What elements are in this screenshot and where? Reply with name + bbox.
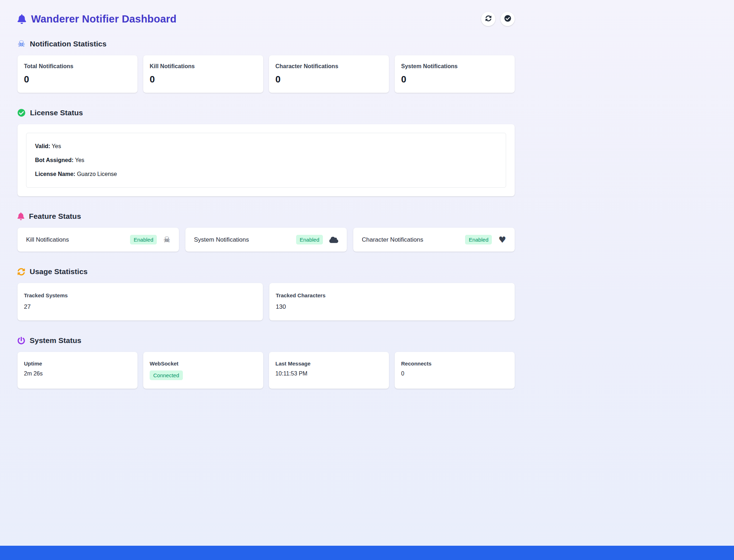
license-bot-assigned-label: Bot Assigned:	[35, 157, 74, 163]
skull-crossbones-icon: ☠	[163, 236, 170, 244]
feature-card-character-notifications: Character Notifications Enabled ♥	[353, 228, 515, 252]
power-icon	[18, 337, 25, 344]
feature-status-heading: Feature Status	[18, 212, 515, 221]
stat-card-kill-notifications: Kill Notifications 0	[143, 55, 263, 93]
stat-value: 0	[401, 74, 508, 85]
license-status-card: Valid: Yes Bot Assigned: Yes License Nam…	[18, 124, 515, 196]
feature-status-grid: Kill Notifications Enabled ☠ System Noti…	[18, 228, 515, 252]
section-title-text: License Status	[30, 109, 83, 117]
stat-label: Total Notifications	[24, 63, 131, 70]
heart-icon: ♥	[498, 236, 506, 244]
bell-pink-icon	[18, 212, 24, 220]
sync-amber-icon	[18, 268, 25, 276]
license-valid-line: Valid: Yes	[35, 143, 497, 150]
license-bot-assigned-value: Yes	[75, 157, 84, 163]
section-feature-status: Feature Status Kill Notifications Enable…	[18, 212, 515, 252]
enabled-badge: Enabled	[296, 235, 323, 244]
header-actions	[481, 12, 515, 26]
license-valid-label: Valid:	[35, 143, 50, 149]
stat-value: 0	[275, 74, 383, 85]
sys-label: WebSocket	[150, 360, 257, 367]
license-name-line: License Name: Guarzo License	[35, 171, 497, 177]
license-bot-assigned-line: Bot Assigned: Yes	[35, 157, 497, 163]
license-name-value: Guarzo License	[77, 171, 117, 177]
stat-label: Character Notifications	[275, 63, 383, 70]
dashboard-container: Wanderer Notifier Dashboard ☠ Notificati…	[18, 0, 515, 389]
connected-badge: Connected	[150, 370, 183, 380]
usage-value: 27	[24, 303, 256, 311]
stat-value: 0	[24, 74, 131, 85]
enabled-badge: Enabled	[465, 235, 492, 244]
feature-card-right: Enabled	[296, 235, 338, 244]
sys-label: Uptime	[24, 360, 131, 367]
sys-value: 2m 26s	[24, 370, 131, 377]
system-status-heading: System Status	[18, 336, 515, 345]
skull-crossbones-icon: ☠	[18, 40, 25, 48]
usage-card-tracked-characters: Tracked Characters 130	[269, 283, 515, 321]
refresh-button[interactable]	[481, 12, 495, 26]
check-circle-green-icon	[18, 109, 25, 117]
section-title-text: Feature Status	[29, 212, 81, 221]
enabled-badge: Enabled	[130, 235, 157, 244]
section-title-text: Notification Statistics	[30, 40, 107, 48]
usage-label: Tracked Systems	[24, 292, 256, 298]
license-name-label: License Name:	[35, 171, 75, 177]
refresh-icon	[485, 15, 491, 22]
usage-card-tracked-systems: Tracked Systems 27	[18, 283, 263, 321]
usage-statistics-grid: Tracked Systems 27 Tracked Characters 13…	[18, 283, 515, 321]
cloud-icon	[329, 236, 338, 243]
feature-label: Character Notifications	[362, 236, 423, 243]
feature-card-kill-notifications: Kill Notifications Enabled ☠	[18, 228, 179, 252]
notification-stats-grid: Total Notifications 0 Kill Notifications…	[18, 55, 515, 93]
header-title-group: Wanderer Notifier Dashboard	[18, 13, 176, 25]
feature-card-right: Enabled ☠	[130, 235, 170, 244]
notification-statistics-heading: ☠ Notification Statistics	[18, 40, 515, 48]
sys-value: 10:11:53 PM	[275, 370, 383, 377]
sys-label: Reconnects	[401, 360, 508, 367]
section-usage-statistics: Usage Statistics Tracked Systems 27 Trac…	[18, 267, 515, 321]
usage-statistics-heading: Usage Statistics	[18, 267, 515, 276]
feature-card-system-notifications: System Notifications Enabled	[185, 228, 347, 252]
license-valid-value: Yes	[52, 143, 61, 149]
system-card-reconnects: Reconnects 0	[395, 352, 515, 389]
section-notification-statistics: ☠ Notification Statistics Total Notifica…	[18, 40, 515, 93]
page-title: Wanderer Notifier Dashboard	[31, 13, 176, 25]
feature-label: Kill Notifications	[26, 236, 69, 243]
status-check-button[interactable]	[500, 12, 515, 26]
feature-label: System Notifications	[194, 236, 249, 243]
sys-label: Last Message	[275, 360, 383, 367]
license-details-box: Valid: Yes Bot Assigned: Yes License Nam…	[26, 133, 506, 188]
usage-value: 130	[276, 303, 508, 311]
stat-label: System Notifications	[401, 63, 508, 70]
feature-card-right: Enabled ♥	[465, 235, 506, 244]
system-card-websocket: WebSocket Connected	[143, 352, 263, 389]
license-status-heading: License Status	[18, 109, 515, 117]
system-card-last-message: Last Message 10:11:53 PM	[269, 352, 389, 389]
header: Wanderer Notifier Dashboard	[18, 12, 515, 26]
section-title-text: Usage Statistics	[30, 267, 88, 276]
check-circle-icon	[504, 15, 511, 23]
footer-bar	[0, 546, 734, 560]
sys-value: 0	[401, 370, 508, 377]
system-card-uptime: Uptime 2m 26s	[18, 352, 138, 389]
stat-value: 0	[150, 74, 257, 85]
section-license-status: License Status Valid: Yes Bot Assigned: …	[18, 109, 515, 196]
bell-icon	[18, 14, 26, 24]
stat-card-system-notifications: System Notifications 0	[395, 55, 515, 93]
stat-card-character-notifications: Character Notifications 0	[269, 55, 389, 93]
section-system-status: System Status Uptime 2m 26s WebSocket Co…	[18, 336, 515, 389]
stat-label: Kill Notifications	[150, 63, 257, 70]
stat-card-total-notifications: Total Notifications 0	[18, 55, 138, 93]
usage-label: Tracked Characters	[276, 292, 508, 298]
system-status-grid: Uptime 2m 26s WebSocket Connected Last M…	[18, 352, 515, 389]
section-title-text: System Status	[30, 336, 81, 345]
